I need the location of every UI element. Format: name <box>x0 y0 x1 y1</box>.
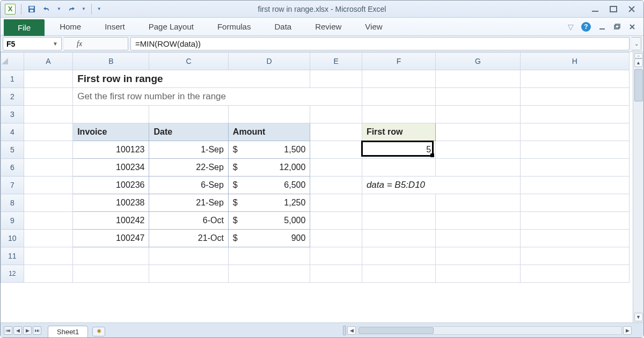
name-box-dropdown-icon[interactable]: ▼ <box>53 41 58 47</box>
tab-split-handle[interactable] <box>343 326 346 335</box>
close-icon[interactable] <box>627 5 636 13</box>
svg-rect-5 <box>599 28 605 30</box>
svg-rect-7 <box>616 24 620 28</box>
excel-window: X ▼ ▼ ▼ first row in range.xlsx - Micros… <box>0 0 644 338</box>
svg-rect-3 <box>592 11 598 12</box>
cell-invoice[interactable]: 100247 <box>73 230 149 247</box>
next-sheet-icon[interactable]: ▶ <box>23 326 32 335</box>
undo-dropdown-icon[interactable]: ▼ <box>57 6 61 11</box>
tab-nav: ⏮ ◀ ▶ ⏭ <box>1 326 45 335</box>
cell-date[interactable]: 21-Oct <box>149 230 228 247</box>
col-header-C[interactable]: C <box>149 53 228 70</box>
file-tab[interactable]: File <box>4 19 45 36</box>
cell-amount[interactable]: $6,500 <box>229 177 310 194</box>
col-header-A[interactable]: A <box>24 53 72 70</box>
vscroll-thumb[interactable] <box>634 69 643 101</box>
help-icon[interactable]: ? <box>581 22 591 32</box>
row-header-1[interactable]: 1 <box>1 70 24 88</box>
formula-expand-icon[interactable]: ⌄ <box>632 37 641 50</box>
vertical-scrollbar[interactable]: ─ ▲ ▼ <box>633 52 643 322</box>
cell-amount[interactable]: $5,000 <box>229 212 310 229</box>
first-sheet-icon[interactable]: ⏮ <box>4 326 12 335</box>
last-sheet-icon[interactable]: ⏭ <box>33 326 41 335</box>
col-header-B[interactable]: B <box>73 53 149 70</box>
ribbon-minimize-icon[interactable]: ▽ <box>568 23 574 31</box>
cell-invoice[interactable]: 100238 <box>73 194 149 211</box>
col-header-E[interactable]: E <box>310 53 362 70</box>
row-header-5[interactable]: 5 <box>1 141 24 159</box>
prev-sheet-icon[interactable]: ◀ <box>13 326 22 335</box>
row-header-3[interactable]: 3 <box>1 106 24 123</box>
formula-bar: F5 ▼ ✕ fx =MIN(ROW(data)) ⌄ <box>1 36 643 52</box>
col-header-D[interactable]: D <box>228 53 310 70</box>
scroll-left-icon[interactable]: ◀ <box>347 326 356 335</box>
table-header-date: Date <box>149 123 228 141</box>
fx-icon[interactable]: fx <box>77 40 82 48</box>
row-header-8[interactable]: 8 <box>1 194 24 212</box>
tab-home[interactable]: Home <box>48 18 93 35</box>
cell-amount[interactable]: $1,500 <box>229 141 310 158</box>
cell-invoice[interactable]: 100242 <box>73 212 149 229</box>
horizontal-scrollbar[interactable]: ◀ ▶ <box>343 326 643 335</box>
name-box[interactable]: F5 ▼ <box>3 37 62 50</box>
cell-date[interactable]: 22-Sep <box>149 159 228 176</box>
undo-icon[interactable] <box>42 4 52 14</box>
cell-date[interactable]: 21-Sep <box>149 194 228 211</box>
result-value-cell[interactable]: 5 <box>362 141 435 158</box>
new-sheet-icon[interactable]: ✸ <box>92 327 105 336</box>
tab-review[interactable]: Review <box>303 18 353 35</box>
redo-icon[interactable] <box>67 4 76 14</box>
cell-date[interactable]: 1-Sep <box>149 141 228 158</box>
workbook-restore-icon[interactable] <box>613 23 621 31</box>
maximize-icon[interactable] <box>609 5 618 13</box>
cell-amount[interactable]: $900 <box>229 230 310 247</box>
quick-access-toolbar: X ▼ ▼ ▼ <box>1 4 101 14</box>
qat-customize-icon[interactable]: ▼ <box>97 6 101 11</box>
row-header-2[interactable]: 2 <box>1 88 24 106</box>
tab-insert[interactable]: Insert <box>93 18 137 35</box>
formula-input[interactable]: =MIN(ROW(data)) <box>130 37 630 50</box>
sheet-subtitle: Get the first row number in the range <box>73 88 362 105</box>
cell-amount[interactable]: $12,000 <box>229 159 310 176</box>
col-header-F[interactable]: F <box>362 53 435 70</box>
cell-invoice[interactable]: 100123 <box>73 141 149 158</box>
svg-rect-4 <box>610 6 617 12</box>
workbook-minimize-icon[interactable] <box>598 23 606 31</box>
row-header-9[interactable]: 9 <box>1 212 24 230</box>
redo-dropdown-icon[interactable]: ▼ <box>82 6 86 11</box>
worksheet-grid[interactable]: A B C D E F G H 1 First row in range <box>1 52 633 322</box>
col-header-G[interactable]: G <box>436 53 521 70</box>
col-header-H[interactable]: H <box>520 53 629 70</box>
row-header-10[interactable]: 10 <box>1 230 24 247</box>
sheet-title: First row in range <box>73 70 310 87</box>
cell-invoice[interactable]: 100236 <box>73 177 149 194</box>
row-header-12[interactable]: 12 <box>1 265 24 283</box>
row-header-6[interactable]: 6 <box>1 159 24 177</box>
row-header-7[interactable]: 7 <box>1 177 24 194</box>
result-label: First row <box>362 123 435 141</box>
row-header-4[interactable]: 4 <box>1 123 24 141</box>
scroll-down-icon[interactable]: ▼ <box>634 313 643 321</box>
sheet-tab-sheet1[interactable]: Sheet1 <box>48 326 88 337</box>
hscroll-thumb[interactable] <box>358 327 434 334</box>
tab-formulas[interactable]: Formulas <box>206 18 263 35</box>
cell-date[interactable]: 6-Sep <box>149 177 228 194</box>
scroll-up-icon[interactable]: ▲ <box>634 58 643 67</box>
tab-view[interactable]: View <box>353 18 394 35</box>
tab-data[interactable]: Data <box>262 18 303 35</box>
workbook-close-icon[interactable] <box>628 23 636 31</box>
table-header-amount: Amount <box>229 123 310 141</box>
cell-date[interactable]: 6-Oct <box>149 212 228 229</box>
minimize-icon[interactable] <box>591 5 599 13</box>
row-header-11[interactable]: 11 <box>1 247 24 265</box>
split-handle-icon[interactable]: ─ <box>634 53 643 58</box>
ribbon: File Home Insert Page Layout Formulas Da… <box>1 18 643 36</box>
scroll-right-icon[interactable]: ▶ <box>623 326 632 335</box>
cell-amount[interactable]: $1,250 <box>229 194 310 211</box>
excel-logo-icon: X <box>5 4 16 14</box>
save-icon[interactable] <box>27 4 36 14</box>
cell-invoice[interactable]: 100234 <box>73 159 149 176</box>
sheet-tabs-bar: ⏮ ◀ ▶ ⏭ Sheet1 ✸ ◀ ▶ <box>1 322 643 337</box>
select-all-corner[interactable] <box>1 53 24 70</box>
tab-page-layout[interactable]: Page Layout <box>137 18 206 35</box>
